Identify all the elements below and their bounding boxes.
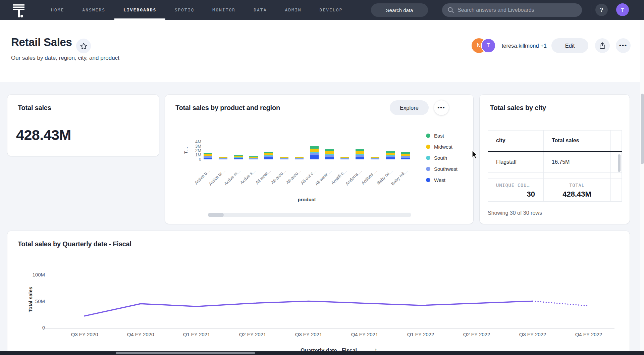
bar-7-all-arou-[interactable] <box>295 157 304 159</box>
nav-item-spotiq[interactable]: SPOTIQ <box>165 0 203 20</box>
bar-segment-midwest[interactable] <box>310 149 319 152</box>
bar-segment-west[interactable] <box>234 158 243 159</box>
bar-segment-west[interactable] <box>371 159 379 160</box>
vertical-scrollbar-thumb[interactable] <box>641 94 644 164</box>
bar-13-baby-co-[interactable] <box>386 151 395 159</box>
bar-9-all-wear-[interactable] <box>325 149 334 159</box>
bar-segment-east[interactable] <box>310 146 319 149</box>
horizontal-scrollbar-thumb[interactable] <box>116 352 255 354</box>
bar-5-all-weat-[interactable] <box>264 152 273 159</box>
sales-by-city-title: Total sales by city <box>490 104 546 112</box>
bar-segment-west[interactable] <box>401 158 410 159</box>
bar-10-amalfi-c-[interactable] <box>340 157 349 160</box>
bar-segment-west[interactable] <box>340 159 349 160</box>
bar-x-label-7[interactable]: All-arou… <box>285 168 302 185</box>
bar-segment-west[interactable] <box>356 157 364 159</box>
bar-6-all-arou-[interactable] <box>280 157 288 160</box>
cell-city-flagstaff[interactable]: Flagstaff <box>496 159 517 165</box>
legend-label-southwest: Southwest <box>434 166 458 172</box>
authors-group: N T teresa.killmond +1 <box>472 38 547 53</box>
bar-segment-west[interactable] <box>204 158 212 159</box>
line-x-label-q1-fy-2022: Q1 FY 2022 <box>392 332 449 337</box>
global-search-placeholder: Search answers and Liveboards <box>458 7 534 13</box>
nav-item-monitor[interactable]: MONITOR <box>203 0 245 20</box>
nav-item-answers[interactable]: ANSWERS <box>73 0 114 20</box>
bar-2-active-br-[interactable] <box>219 157 227 160</box>
table-scrollbar-thumb[interactable] <box>618 154 621 172</box>
legend-dot-west <box>426 178 430 182</box>
total-sales-card[interactable]: Total sales 428.43M <box>7 95 159 156</box>
legend-item-east[interactable]: East <box>426 132 458 139</box>
sales-by-product-card: Total sales by product and region Explor… <box>165 95 473 224</box>
table-row-divider-2 <box>488 179 622 179</box>
bar-x-label-4[interactable]: Active s… <box>239 168 257 185</box>
bar-segment-west[interactable] <box>310 155 319 159</box>
column-header-city[interactable]: city <box>496 138 505 144</box>
bar-segment-west[interactable] <box>219 159 227 160</box>
global-search-input[interactable]: Search answers and Liveboards <box>442 3 582 17</box>
horizontal-page-scrollbar[interactable] <box>0 351 644 355</box>
legend-label-west: West <box>434 177 445 183</box>
bar-x-label-6[interactable]: All-arou… <box>270 168 287 185</box>
vertical-page-scrollbar[interactable] <box>640 20 644 355</box>
main-nav: HOMEANSWERSLIVEBOARDSSPOTIQMONITORDATAAD… <box>42 0 352 20</box>
total-sales-value: 428.43M <box>16 127 71 143</box>
cell-sales-flagstaff[interactable]: 16.75M <box>552 159 570 165</box>
bar-segment-west[interactable] <box>295 159 304 159</box>
bar-14-baby-mil-[interactable] <box>401 152 410 159</box>
bar-segment-west[interactable] <box>249 159 258 159</box>
star-icon <box>80 42 88 50</box>
legend-item-midwest[interactable]: Midwest <box>426 143 458 150</box>
bar-segment-west[interactable] <box>325 157 334 159</box>
header-more-button[interactable]: ••• <box>616 38 631 53</box>
legend-item-southwest[interactable]: Southwest <box>426 165 458 172</box>
thoughtspot-logo-icon[interactable] <box>12 3 26 17</box>
line-series-dotted <box>533 301 589 306</box>
bar-chart-scrollbar-thumb[interactable] <box>208 213 224 217</box>
bar-chart-scrollbar[interactable] <box>208 213 411 217</box>
nav-item-develop[interactable]: DEVELOP <box>311 0 352 20</box>
summary-total-value: 428.43M <box>543 190 610 199</box>
nav-item-home[interactable]: HOME <box>42 0 73 20</box>
edit-button[interactable]: Edit <box>551 38 588 53</box>
avatar-t[interactable]: T <box>481 38 496 53</box>
bar-segment-west[interactable] <box>280 159 288 160</box>
bar-8-all-out-c-[interactable] <box>310 146 319 159</box>
nav-item-admin[interactable]: ADMIN <box>276 0 310 20</box>
legend-label-midwest: Midwest <box>434 144 452 150</box>
search-data-button[interactable]: Search data <box>371 3 428 17</box>
legend-item-west[interactable]: West <box>426 176 458 183</box>
nav-item-data[interactable]: DATA <box>245 0 276 20</box>
bar-x-label-12[interactable]: Antibes … <box>361 168 378 186</box>
favorite-button[interactable] <box>76 39 91 53</box>
help-button[interactable]: ? <box>595 4 608 16</box>
line-x-label-q3-fy-2020: Q3 FY 2020 <box>56 332 113 337</box>
share-button[interactable] <box>595 38 610 53</box>
bar-segment-west[interactable] <box>264 157 273 159</box>
bar-x-label-5[interactable]: All weat… <box>255 168 272 185</box>
bar-11-andorra-[interactable] <box>356 149 364 159</box>
bar-12-antibes-[interactable] <box>371 157 379 159</box>
table-border-bottom <box>488 201 622 202</box>
bar-segment-southwest[interactable] <box>310 153 319 155</box>
region-legend: EastMidwestSouthSouthwestWest <box>426 132 458 188</box>
bar-segment-west[interactable] <box>386 157 395 160</box>
bar-segment-midwest[interactable] <box>325 151 334 154</box>
user-avatar-button[interactable]: T <box>616 3 629 16</box>
column-header-total-sales[interactable]: Total sales <box>552 138 579 144</box>
summary-total-label: TOTAL <box>543 183 610 188</box>
legend-dot-east <box>426 134 430 138</box>
bar-1-active-b-[interactable] <box>204 153 212 159</box>
owner-label[interactable]: teresa.killmond +1 <box>502 43 547 49</box>
explore-button[interactable]: Explore <box>390 100 429 115</box>
summary-unique-count-value: 30 <box>496 190 535 199</box>
bar-segment-midwest[interactable] <box>386 153 395 155</box>
total-sales-card-title: Total sales <box>18 104 51 112</box>
bar-x-label-11[interactable]: Andorra … <box>344 168 363 186</box>
bar-segment-midwest[interactable] <box>356 151 364 154</box>
bar-4-active-s-[interactable] <box>249 156 258 159</box>
legend-item-south[interactable]: South <box>426 154 458 161</box>
bar-card-more-button[interactable]: ••• <box>434 100 449 115</box>
bar-3-active-m-[interactable] <box>234 155 243 159</box>
nav-item-liveboards[interactable]: LIVEBOARDS <box>114 0 165 20</box>
